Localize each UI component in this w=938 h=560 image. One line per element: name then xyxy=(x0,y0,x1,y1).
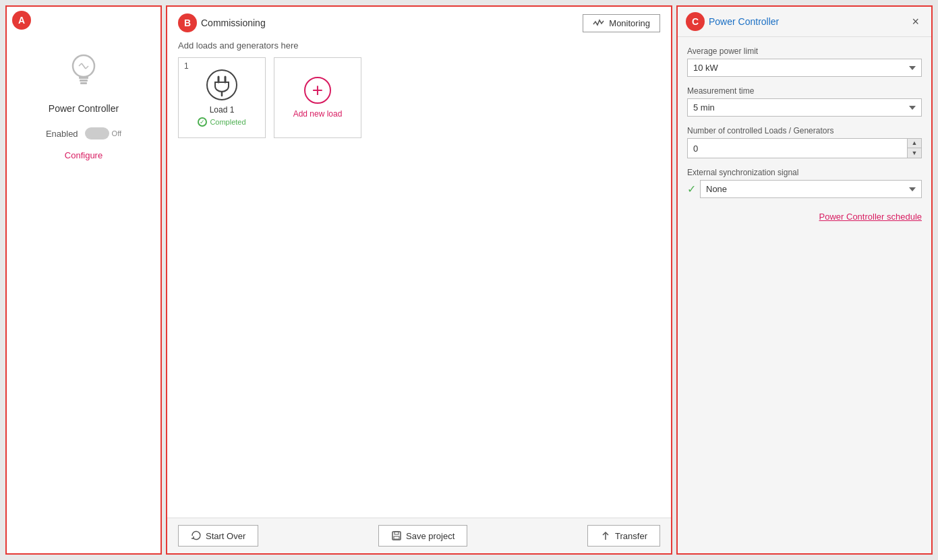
transfer-button[interactable]: Transfer xyxy=(587,525,660,547)
enabled-row: Enabled Off xyxy=(46,127,121,139)
monitoring-icon xyxy=(593,19,605,27)
num-controlled-input[interactable] xyxy=(688,139,907,158)
panel-b: B Commissioning Monitoring Add loads and… xyxy=(166,5,672,555)
panel-c: C Power Controller × Average power limit… xyxy=(676,5,933,555)
svg-line-1 xyxy=(79,63,82,66)
avg-power-limit-select[interactable]: 10 kW 20 kW 30 kW 50 kW xyxy=(687,59,922,77)
commissioning-title: Commissioning xyxy=(201,18,583,28)
num-controlled-input-row: ▲ ▼ xyxy=(687,138,922,158)
svg-rect-4 xyxy=(79,77,88,79)
add-loads-text: Add loads and generators here xyxy=(167,38,671,57)
panel-a: A Power Controller Enabled xyxy=(5,5,162,555)
add-new-load-card[interactable]: + Add new load xyxy=(274,57,361,138)
load-1-number: 1 xyxy=(184,61,189,71)
enabled-label: Enabled xyxy=(46,129,78,139)
close-button[interactable]: × xyxy=(908,13,923,30)
measurement-time-select[interactable]: 1 min 5 min 10 min 15 min xyxy=(687,98,922,117)
measurement-time-group: Measurement time 1 min 5 min 10 min 15 m… xyxy=(687,86,922,117)
add-new-load-label: Add new load xyxy=(293,109,343,119)
svg-rect-6 xyxy=(80,82,87,84)
start-over-label: Start Over xyxy=(206,531,245,541)
load-1-name: Load 1 xyxy=(210,105,235,115)
spinner-down-button[interactable]: ▼ xyxy=(908,148,921,158)
toggle-off-label: Off xyxy=(112,129,121,137)
external-sync-group: External synchronization signal ✓ None S… xyxy=(687,168,922,198)
num-controlled-label: Number of controlled Loads / Generators xyxy=(687,126,922,135)
spinner-up-button[interactable]: ▲ xyxy=(908,139,921,148)
svg-rect-14 xyxy=(394,536,399,539)
sync-select-row: ✓ None Signal 1 Signal 2 xyxy=(687,180,922,198)
panel-b-footer: Start Over Save project Transfer xyxy=(167,518,671,553)
load-1-icon xyxy=(206,69,238,101)
configure-link[interactable]: Configure xyxy=(65,150,102,160)
panel-c-header: C Power Controller × xyxy=(678,7,931,37)
number-spinners: ▲ ▼ xyxy=(907,139,921,158)
monitoring-button-label: Monitoring xyxy=(609,18,650,28)
avg-power-limit-label: Average power limit xyxy=(687,46,922,56)
load-1-status: ✓ Completed xyxy=(198,117,245,127)
external-sync-select[interactable]: None Signal 1 Signal 2 xyxy=(700,180,922,198)
num-controlled-group: Number of controlled Loads / Generators … xyxy=(687,126,922,158)
transfer-icon xyxy=(600,530,611,541)
svg-line-3 xyxy=(86,66,88,69)
transfer-label: Transfer xyxy=(615,531,647,541)
avg-power-limit-group: Average power limit 10 kW 20 kW 30 kW 50… xyxy=(687,46,922,77)
panel-a-circle: A xyxy=(12,11,31,30)
panel-c-circle: C xyxy=(686,12,705,31)
toggle-track xyxy=(85,127,109,139)
save-project-label: Save project xyxy=(406,531,455,541)
load-1-card[interactable]: 1 Load 1 ✓ Completed xyxy=(178,57,266,138)
enabled-toggle[interactable]: Off xyxy=(85,127,121,139)
bulb-icon xyxy=(60,47,107,96)
save-project-icon xyxy=(391,530,402,541)
svg-line-2 xyxy=(82,63,86,69)
load-1-check-icon: ✓ xyxy=(198,117,207,127)
panel-a-title: Power Controller xyxy=(49,103,119,114)
external-sync-label: External synchronization signal xyxy=(687,168,922,177)
panel-b-circle: B xyxy=(178,13,197,32)
loads-grid: 1 Load 1 ✓ Completed xyxy=(167,57,671,518)
svg-rect-5 xyxy=(80,80,88,82)
panel-c-title: Power Controller xyxy=(709,16,908,27)
panel-c-content: Average power limit 10 kW 20 kW 30 kW 50… xyxy=(678,37,931,231)
start-over-button[interactable]: Start Over xyxy=(178,525,258,547)
save-project-button[interactable]: Save project xyxy=(378,525,467,547)
start-over-icon xyxy=(191,530,202,541)
monitoring-button[interactable]: Monitoring xyxy=(583,14,660,32)
add-plus-icon: + xyxy=(304,77,331,104)
measurement-time-label: Measurement time xyxy=(687,86,922,96)
sync-ok-icon: ✓ xyxy=(687,183,696,195)
load-1-status-label: Completed xyxy=(210,118,245,126)
panel-b-header: B Commissioning Monitoring xyxy=(167,7,671,38)
power-controller-schedule-link[interactable]: Power Controller schedule xyxy=(687,212,922,222)
